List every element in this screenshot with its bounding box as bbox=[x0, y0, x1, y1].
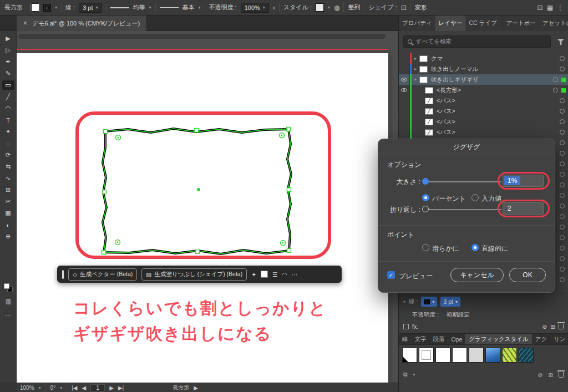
smooth-radio[interactable] bbox=[422, 244, 429, 251]
tab-artboards[interactable]: アートボー bbox=[503, 16, 539, 31]
target-circle[interactable] bbox=[560, 172, 565, 177]
generate-vector-button[interactable]: ◇ 生成ベクター (Beta) bbox=[68, 268, 137, 281]
new-style-icon[interactable]: ⊞ bbox=[548, 371, 553, 378]
target-circle[interactable] bbox=[560, 67, 565, 72]
close-icon[interactable]: × bbox=[23, 19, 27, 27]
grid-icon[interactable]: ▦ bbox=[547, 4, 553, 12]
preview-checkbox[interactable]: ✓ bbox=[387, 271, 395, 279]
layer-thumbnail[interactable]: ╱ bbox=[425, 119, 433, 125]
rotation-value[interactable]: 0° bbox=[50, 385, 56, 391]
opacity-value[interactable]: 初期設定 bbox=[447, 311, 470, 319]
layer-row-path[interactable]: ╱ <パス> bbox=[399, 127, 568, 138]
layer-name[interactable]: <パス> bbox=[437, 97, 560, 105]
width-profile-label[interactable]: 均等 bbox=[133, 3, 145, 12]
target-circle[interactable] bbox=[560, 193, 565, 198]
grid-tool[interactable]: ▦ bbox=[2, 208, 14, 218]
menu-icon[interactable]: ☰ bbox=[272, 271, 277, 278]
target-circle[interactable] bbox=[553, 77, 558, 82]
transform-tool[interactable]: ⇆ bbox=[2, 162, 14, 171]
target-circle[interactable] bbox=[553, 88, 558, 93]
line-tool[interactable]: ╱ bbox=[2, 92, 14, 101]
more-options-icon[interactable]: ⋮ bbox=[557, 4, 564, 12]
style-thumbnail-white[interactable] bbox=[435, 348, 450, 363]
tab-stroke[interactable]: 線 bbox=[399, 334, 412, 344]
visibility-toggle[interactable] bbox=[399, 53, 410, 64]
target-circle[interactable] bbox=[560, 151, 565, 156]
visibility-toggle[interactable] bbox=[399, 85, 410, 95]
absolute-label[interactable]: 入力値 bbox=[481, 194, 501, 203]
pencil-tool[interactable]: ✎ bbox=[2, 69, 14, 78]
style-swatch[interactable] bbox=[316, 3, 324, 12]
stroke-color-dropdown[interactable]: ▾ bbox=[421, 297, 437, 307]
more-icon[interactable]: ⋯ bbox=[292, 271, 298, 278]
percent-radio[interactable] bbox=[422, 194, 429, 201]
new-item-icon[interactable]: ⊞ bbox=[550, 323, 555, 330]
target-circle[interactable] bbox=[560, 203, 565, 208]
target-circle[interactable] bbox=[560, 214, 565, 219]
arc-icon[interactable]: ◠ bbox=[282, 271, 287, 278]
fill-swatch[interactable] bbox=[31, 3, 39, 12]
layer-thumbnail[interactable]: ╱ bbox=[425, 98, 433, 104]
document-setup-icon[interactable]: ◍ bbox=[334, 4, 339, 12]
visibility-toggle[interactable] bbox=[399, 106, 410, 116]
wand-tool[interactable]: ✦ bbox=[2, 127, 14, 136]
last-artboard-button[interactable]: ▶| bbox=[118, 385, 124, 391]
chevron-down-icon[interactable]: ▾ bbox=[403, 299, 405, 304]
next-artboard-button[interactable]: ▶ bbox=[109, 385, 114, 391]
layer-thumbnail[interactable]: ╱ bbox=[425, 129, 433, 136]
scissors-tool[interactable]: ✂ bbox=[2, 197, 14, 206]
layer-name[interactable]: <パス> bbox=[437, 108, 560, 115]
layer-thumbnail[interactable] bbox=[425, 87, 433, 94]
preview-label[interactable]: プレビュー bbox=[399, 272, 433, 281]
type-tool[interactable]: T bbox=[2, 115, 14, 125]
percent-label[interactable]: パーセント bbox=[432, 194, 466, 203]
prev-artboard-button[interactable]: ◀ bbox=[82, 385, 86, 391]
selection-tool[interactable]: ▶ bbox=[2, 34, 14, 43]
layer-name[interactable]: <パス> bbox=[437, 129, 560, 136]
ridges-slider-track[interactable] bbox=[425, 209, 501, 210]
target-circle[interactable] bbox=[560, 267, 565, 272]
delete-style-icon[interactable] bbox=[559, 372, 564, 378]
target-circle[interactable] bbox=[560, 119, 565, 124]
tab-graphic-styles[interactable]: グラフィックスタイル bbox=[465, 334, 531, 344]
target-circle[interactable] bbox=[560, 98, 565, 103]
layer-row-path[interactable]: ╱ <パス> bbox=[399, 116, 568, 127]
style-thumbnail-default[interactable] bbox=[402, 348, 417, 363]
tab-actions[interactable]: アク bbox=[532, 334, 551, 344]
pen-tool[interactable]: ✒ bbox=[2, 57, 14, 67]
document-tab[interactable]: × デモ6.ai* @ 100 % (CMYK/プレビュー) bbox=[17, 16, 147, 31]
layer-name[interactable]: <パス> bbox=[437, 118, 560, 126]
rectangle-tool[interactable]: ▭ bbox=[2, 80, 14, 90]
style-thumbnail-blue[interactable] bbox=[485, 348, 500, 363]
ridges-slider-knob[interactable] bbox=[422, 206, 429, 212]
target-circle[interactable] bbox=[560, 182, 565, 187]
chevron-right-icon[interactable]: ▸ bbox=[412, 56, 419, 61]
brush-label[interactable]: 基本 bbox=[182, 3, 195, 12]
visibility-toggle[interactable] bbox=[399, 64, 410, 74]
chevron-down-icon[interactable]: ▾ bbox=[413, 372, 415, 377]
arrange-icon[interactable]: ⊡ bbox=[537, 4, 543, 12]
layer-name[interactable]: 吹き出しギザギザ bbox=[431, 76, 553, 84]
direct-selection-tool[interactable]: ▷ bbox=[2, 45, 14, 55]
styles-library-icon[interactable]: ⧉ bbox=[403, 371, 408, 378]
tab-opentype[interactable]: Ope bbox=[448, 334, 466, 344]
target-circle[interactable] bbox=[560, 109, 565, 114]
first-artboard-button[interactable]: |◀ bbox=[72, 385, 77, 391]
size-slider-knob[interactable] bbox=[422, 178, 429, 185]
layer-name[interactable]: 吹き出しノーマル bbox=[431, 65, 560, 73]
break-link-icon[interactable]: ⊘ bbox=[537, 371, 542, 378]
style-thumbnail-white[interactable] bbox=[452, 348, 467, 363]
target-circle[interactable] bbox=[560, 246, 565, 251]
cancel-button[interactable]: キャンセル bbox=[450, 268, 504, 282]
size-slider-track[interactable] bbox=[425, 181, 501, 182]
width-tool[interactable]: ∿ bbox=[2, 174, 14, 183]
corner-label[interactable]: 直線的に bbox=[481, 244, 508, 253]
layer-row-fukidashi-gizagiza[interactable]: ▾ 吹き出しギザギザ bbox=[399, 74, 568, 85]
layer-name[interactable]: クマ bbox=[431, 55, 560, 63]
stroke-swatch[interactable] bbox=[43, 4, 51, 12]
chevron-down-icon[interactable]: ▾ bbox=[328, 5, 330, 10]
visibility-toggle[interactable] bbox=[399, 127, 410, 138]
layer-thumbnail[interactable] bbox=[419, 55, 428, 62]
style-thumbnail-gray[interactable] bbox=[469, 348, 484, 363]
curvature-tool[interactable]: ◠ bbox=[2, 104, 14, 113]
